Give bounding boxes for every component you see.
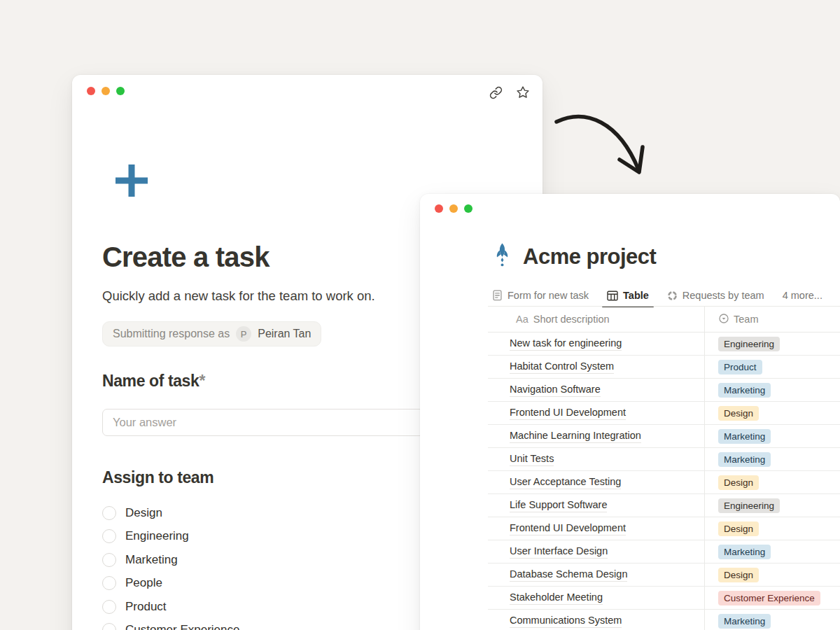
table-header-row: Aa Short description Team	[488, 307, 840, 332]
task-description: Habitat Control System	[510, 360, 614, 374]
team-cell[interactable]: Design	[705, 517, 840, 540]
team-option-row[interactable]: Engineering	[102, 525, 239, 549]
team-tag[interactable]: Design	[718, 406, 759, 421]
team-cell[interactable]: Marketing	[705, 379, 840, 401]
task-description: Frontend UI Development	[510, 406, 626, 420]
table-row: Machine Learning Integration Marketing	[488, 425, 840, 448]
team-cell[interactable]: Engineering	[705, 494, 840, 517]
team-option-label: Product	[125, 600, 167, 614]
team-tag[interactable]: Design	[718, 568, 759, 582]
task-description: User Interface Design	[510, 545, 608, 559]
radio-button-icon[interactable]	[102, 553, 116, 567]
column-header-label: Team	[734, 314, 758, 325]
team-tag[interactable]: Marketing	[718, 452, 771, 467]
link-icon[interactable]	[489, 86, 503, 99]
team-tag[interactable]: Design	[718, 475, 759, 490]
rocket-icon[interactable]	[493, 243, 511, 270]
minimize-window-button[interactable]	[102, 87, 110, 95]
radio-button-icon[interactable]	[102, 529, 116, 543]
team-tag[interactable]: Marketing	[718, 383, 771, 398]
column-header-label: Short description	[533, 314, 610, 325]
team-tag[interactable]: Marketing	[718, 614, 771, 629]
minimize-window-button[interactable]	[449, 204, 458, 213]
table-row: Stakeholder Meeting Customer Experience	[488, 587, 840, 610]
close-window-button[interactable]	[87, 87, 95, 95]
team-tag[interactable]: Engineering	[718, 498, 780, 513]
team-tag[interactable]: Marketing	[718, 545, 771, 559]
table-row: Communications System Marketing	[488, 610, 840, 630]
description-cell[interactable]: Stakeholder Meeting	[488, 587, 705, 609]
column-header-team[interactable]: Team	[705, 307, 840, 332]
team-option-row[interactable]: People	[102, 572, 239, 596]
favorite-star-icon[interactable]	[516, 85, 530, 99]
description-cell[interactable]: Frontend UI Development	[488, 517, 705, 540]
window-controls	[87, 87, 125, 95]
team-option-label: Engineering	[125, 529, 189, 543]
description-cell[interactable]: Frontend UI Development	[488, 402, 705, 424]
team-cell[interactable]: Customer Experience	[705, 587, 840, 609]
description-cell[interactable]: Unit Tests	[488, 448, 705, 470]
plus-page-icon[interactable]	[111, 160, 152, 204]
table-row: Life Support Software Engineering	[488, 494, 840, 517]
description-cell[interactable]: User Acceptance Testing	[488, 471, 705, 493]
tab-label: 4 more...	[783, 290, 822, 301]
close-window-button[interactable]	[435, 204, 443, 213]
team-option-label: People	[125, 576, 162, 590]
zoom-window-button[interactable]	[116, 87, 125, 95]
team-cell[interactable]: Product	[705, 356, 840, 378]
radio-button-icon[interactable]	[102, 576, 116, 590]
team-options-list: Design Engineering Marketing People Prod…	[102, 501, 239, 630]
table-row: Habitat Control System Product	[488, 356, 840, 379]
tab-form-for-new-task[interactable]: Form for new task	[492, 285, 589, 306]
requests-icon	[667, 290, 678, 301]
team-cell[interactable]: Marketing	[705, 448, 840, 470]
radio-button-icon[interactable]	[102, 623, 116, 630]
team-option-row[interactable]: Product	[102, 595, 239, 619]
submitter-name: Peiran Tan	[258, 328, 311, 340]
team-option-row[interactable]: Marketing	[102, 548, 239, 572]
required-asterisk: *	[199, 372, 205, 390]
table-row: Frontend UI Development Design	[488, 402, 840, 425]
description-cell[interactable]: User Interface Design	[488, 540, 705, 563]
description-cell[interactable]: Communications System	[488, 610, 705, 630]
team-cell[interactable]: Design	[705, 564, 840, 586]
submitting-as-label: Submitting response as	[113, 328, 230, 340]
description-cell[interactable]: Machine Learning Integration	[488, 425, 705, 447]
tab-label: Form for new task	[507, 290, 589, 301]
tab-requests-by-team[interactable]: Requests by team	[667, 285, 764, 306]
name-of-task-label-text: Name of task	[102, 372, 199, 390]
radio-button-icon[interactable]	[102, 600, 116, 614]
team-tag[interactable]: Marketing	[718, 429, 771, 444]
form-title: Create a task	[102, 241, 270, 273]
description-cell[interactable]: Habitat Control System	[488, 356, 705, 378]
team-option-row[interactable]: Customer Experience	[102, 619, 239, 630]
task-description: User Acceptance Testing	[510, 475, 621, 489]
description-cell[interactable]: Database Schema Design	[488, 564, 705, 586]
team-cell[interactable]: Marketing	[705, 425, 840, 447]
team-tag[interactable]: Product	[718, 360, 762, 374]
task-description: Life Support Software	[510, 498, 607, 512]
team-option-row[interactable]: Design	[102, 501, 239, 525]
table-row: Navigation Software Marketing	[488, 379, 840, 402]
table-rows: New task for engineering Engineering Hab…	[488, 332, 840, 630]
description-cell[interactable]: Life Support Software	[488, 494, 705, 517]
task-description: Unit Tests	[510, 452, 554, 466]
table-row: Database Schema Design Design	[488, 564, 840, 587]
tab-more-views[interactable]: 4 more...	[783, 285, 822, 306]
team-option-label: Customer Experience	[125, 623, 239, 630]
team-cell[interactable]: Design	[705, 402, 840, 424]
team-cell[interactable]: Design	[705, 471, 840, 493]
team-cell[interactable]: Marketing	[705, 540, 840, 563]
task-description: Database Schema Design	[510, 568, 627, 582]
team-tag[interactable]: Design	[718, 522, 759, 536]
team-tag[interactable]: Customer Experience	[718, 591, 820, 606]
description-cell[interactable]: New task for engineering	[488, 332, 705, 355]
tab-table[interactable]: Table	[607, 285, 649, 306]
radio-button-icon[interactable]	[102, 506, 116, 520]
zoom-window-button[interactable]	[464, 204, 472, 213]
team-cell[interactable]: Marketing	[705, 610, 840, 630]
description-cell[interactable]: Navigation Software	[488, 379, 705, 401]
column-header-short-description[interactable]: Aa Short description	[488, 307, 705, 332]
team-tag[interactable]: Engineering	[718, 337, 780, 351]
team-cell[interactable]: Engineering	[705, 332, 840, 355]
